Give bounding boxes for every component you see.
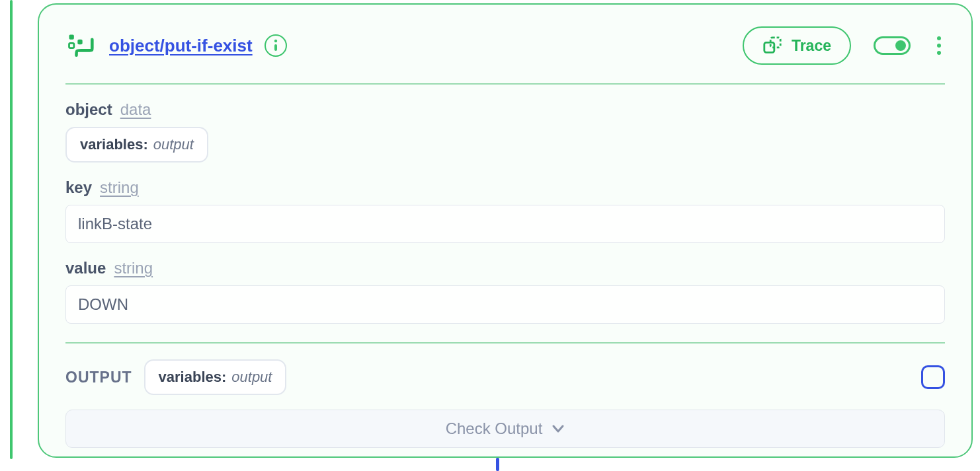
node-title-link[interactable]: object/put-if-exist (109, 36, 253, 56)
timeline-bar (10, 0, 13, 459)
trace-label: Trace (792, 37, 831, 55)
field-object-name: object (65, 100, 112, 119)
field-key: key string (65, 178, 945, 243)
chip-key: variables: (159, 369, 227, 386)
svg-rect-0 (69, 35, 74, 40)
output-checkbox[interactable] (921, 365, 945, 389)
header-right: Trace (743, 26, 945, 65)
enabled-toggle[interactable] (874, 36, 911, 55)
object-variable-chip[interactable]: variables: output (65, 127, 208, 163)
chip-key: variables: (80, 136, 148, 153)
node-type-icon (65, 31, 95, 60)
field-value: value string (65, 259, 945, 324)
field-value-type[interactable]: string (114, 259, 153, 277)
bottom-connector (496, 458, 499, 471)
trace-button[interactable]: Trace (743, 26, 851, 65)
check-output-label: Check Output (446, 419, 543, 438)
output-section: OUTPUT variables: output Check Output (65, 342, 945, 448)
kebab-menu-icon[interactable] (933, 32, 945, 59)
chip-val: output (231, 369, 272, 386)
output-variable-chip[interactable]: variables: output (144, 359, 287, 395)
trace-icon (762, 36, 782, 55)
check-output-button[interactable]: Check Output (65, 410, 945, 448)
value-input[interactable] (65, 285, 945, 324)
info-icon[interactable] (265, 34, 287, 57)
output-label: OUTPUT (65, 369, 132, 386)
chevron-down-icon (551, 422, 565, 435)
svg-rect-4 (274, 44, 277, 51)
header-left: object/put-if-exist (65, 31, 287, 60)
key-input[interactable] (65, 205, 945, 243)
field-key-type[interactable]: string (100, 178, 139, 197)
field-key-name: key (65, 178, 92, 197)
svg-point-3 (274, 40, 276, 42)
chip-val: output (153, 136, 194, 153)
field-value-name: value (65, 259, 106, 277)
node-card: object/put-if-exist Trace (38, 3, 973, 458)
field-object-type[interactable]: data (120, 100, 151, 119)
field-object: object data variables: output (65, 100, 945, 163)
svg-rect-1 (69, 43, 74, 48)
svg-rect-2 (77, 40, 82, 44)
card-header: object/put-if-exist Trace (65, 26, 945, 85)
toggle-knob (895, 40, 906, 51)
